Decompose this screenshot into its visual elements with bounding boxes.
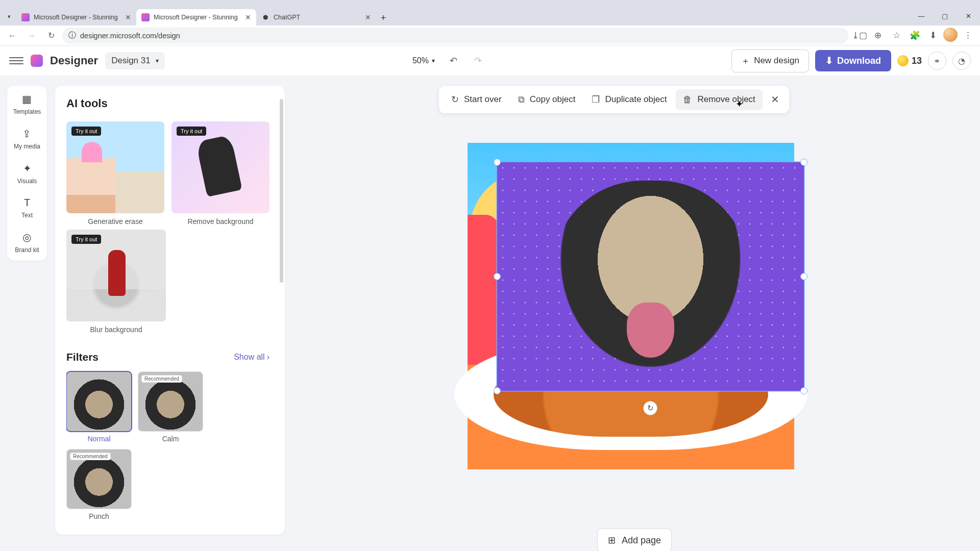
designer-favicon bbox=[141, 13, 150, 21]
filter-label: Punch bbox=[66, 512, 132, 520]
resize-handle[interactable] bbox=[494, 387, 501, 394]
account-button[interactable]: ◔ bbox=[952, 52, 971, 70]
chevron-down-icon: ▾ bbox=[156, 57, 159, 64]
app-name: Designer bbox=[50, 54, 98, 67]
close-icon[interactable]: ✕ bbox=[245, 13, 251, 21]
close-icon[interactable]: ✕ bbox=[365, 13, 371, 21]
resize-handle[interactable] bbox=[800, 273, 807, 280]
rail-visuals[interactable]: ✦ Visuals bbox=[17, 162, 37, 185]
duplicate-object-button[interactable]: ❐ Duplicate object bbox=[584, 89, 674, 110]
new-design-label: New design bbox=[754, 56, 799, 66]
remove-object-label: Remove object bbox=[697, 94, 755, 105]
close-toolbar-button[interactable]: ✕ bbox=[767, 93, 784, 106]
browser-tab[interactable]: Microsoft Designer - Stunning ✕ bbox=[136, 9, 256, 26]
add-page-label: Add page bbox=[622, 535, 661, 546]
share-button[interactable]: ⚭ bbox=[928, 52, 946, 70]
try-it-out-badge: Try it out bbox=[177, 127, 206, 136]
rail-templates[interactable]: ▦ Templates bbox=[13, 93, 41, 115]
rail-my-media[interactable]: ⇪ My media bbox=[14, 128, 40, 150]
zoom-value: 50% bbox=[412, 56, 429, 65]
nav-back-button[interactable]: ← bbox=[4, 28, 20, 44]
chevron-right-icon: › bbox=[267, 353, 270, 362]
resize-handle[interactable] bbox=[494, 159, 501, 166]
ai-tool-remove-background[interactable]: Try it out Remove background bbox=[172, 121, 270, 226]
recommended-badge: Recommended bbox=[141, 375, 182, 383]
site-info-icon[interactable]: ⓘ bbox=[68, 31, 76, 40]
design-name-dropdown[interactable]: Design 31 ▾ bbox=[105, 52, 165, 69]
filter-normal[interactable]: Normal bbox=[66, 371, 132, 443]
credits-counter[interactable]: 13 bbox=[897, 55, 922, 66]
download-button[interactable]: ⬇ Download bbox=[815, 50, 891, 71]
visuals-icon: ✦ bbox=[23, 162, 32, 174]
remove-object-button[interactable]: 🗑 Remove object bbox=[676, 89, 762, 110]
recommended-badge: Recommended bbox=[70, 453, 111, 460]
rail-text[interactable]: T Text bbox=[21, 197, 33, 219]
add-page-button[interactable]: ⊞ Add page bbox=[597, 529, 672, 551]
window-minimize-button[interactable]: — bbox=[910, 6, 933, 26]
browser-tab[interactable]: ⬢ ChatGPT ✕ bbox=[256, 9, 376, 26]
scrollbar-thumb[interactable] bbox=[280, 99, 283, 283]
resize-handle[interactable] bbox=[494, 273, 501, 280]
app-header: Designer Design 31 ▾ 50% ▾ ↶ ↷ ＋ New des… bbox=[0, 46, 980, 76]
nav-forward-button[interactable]: → bbox=[23, 28, 40, 44]
redo-button[interactable]: ↷ bbox=[470, 52, 487, 69]
tool-label: Blur background bbox=[66, 325, 166, 334]
tab-list-button[interactable]: ▾ bbox=[4, 11, 14, 21]
copy-object-button[interactable]: ⧉ Copy object bbox=[511, 89, 583, 110]
browser-address-bar: ← → ↻ ⓘ designer.microsoft.com/design ⤓▢… bbox=[0, 26, 980, 46]
duplicate-object-label: Duplicate object bbox=[605, 94, 667, 105]
close-icon[interactable]: ✕ bbox=[125, 13, 131, 21]
profile-avatar[interactable] bbox=[943, 28, 958, 42]
rail-label: Visuals bbox=[17, 178, 37, 185]
install-app-icon[interactable]: ⤓▢ bbox=[851, 28, 868, 44]
window-maximize-button[interactable]: ▢ bbox=[933, 6, 957, 26]
copy-object-label: Copy object bbox=[530, 94, 576, 105]
undo-button[interactable]: ↶ bbox=[445, 52, 462, 69]
object-toolbar: ↻ Start over ⧉ Copy object ❐ Duplicate o… bbox=[439, 86, 789, 113]
url-text: designer.microsoft.com/design bbox=[80, 32, 180, 40]
bookmark-icon[interactable]: ☆ bbox=[888, 28, 904, 44]
download-icon: ⬇ bbox=[825, 55, 833, 66]
ai-tool-generative-erase[interactable]: Try it out Generative erase bbox=[66, 121, 164, 226]
design-name-label: Design 31 bbox=[111, 56, 151, 66]
resize-handle[interactable] bbox=[800, 159, 807, 166]
text-icon: T bbox=[24, 197, 30, 209]
selected-object[interactable]: ↻ bbox=[497, 162, 804, 391]
downloads-icon[interactable]: ⬇ bbox=[925, 28, 941, 44]
filter-thumbnail: Recommended bbox=[138, 371, 203, 432]
filter-label: Normal bbox=[66, 435, 132, 443]
url-input[interactable]: ⓘ designer.microsoft.com/design bbox=[62, 28, 848, 44]
filter-calm[interactable]: Recommended Calm bbox=[138, 371, 203, 443]
rail-label: Brand kit bbox=[15, 246, 39, 254]
browser-menu-icon[interactable]: ⋮ bbox=[960, 28, 976, 44]
coin-icon bbox=[897, 55, 909, 66]
new-design-button[interactable]: ＋ New design bbox=[731, 49, 809, 72]
trash-icon: 🗑 bbox=[683, 94, 692, 105]
browser-tab-strip: ▾ Microsoft Designer - Stunning ✕ Micros… bbox=[0, 6, 980, 26]
menu-button[interactable] bbox=[9, 54, 23, 68]
duplicate-icon: ❐ bbox=[592, 94, 600, 105]
rail-label: My media bbox=[14, 143, 40, 150]
filter-thumbnail: Recommended bbox=[66, 449, 132, 509]
panel-scrollbar[interactable] bbox=[278, 97, 285, 523]
nav-reload-button[interactable]: ↻ bbox=[43, 28, 59, 44]
rail-brand-kit[interactable]: ◎ Brand kit bbox=[15, 231, 39, 254]
upload-icon: ⇪ bbox=[22, 128, 31, 140]
window-close-button[interactable]: ✕ bbox=[957, 6, 980, 26]
show-all-filters[interactable]: Show all › bbox=[234, 353, 270, 362]
new-tab-button[interactable]: + bbox=[376, 13, 390, 23]
copy-icon: ⧉ bbox=[518, 94, 525, 105]
start-over-label: Start over bbox=[464, 94, 502, 105]
ai-tool-blur-background[interactable]: Try it out Blur background bbox=[66, 230, 166, 334]
filter-punch[interactable]: Recommended Punch bbox=[66, 449, 132, 520]
extensions-icon[interactable]: 🧩 bbox=[906, 28, 923, 44]
chatgpt-favicon: ⬢ bbox=[261, 13, 270, 21]
rail-label: Text bbox=[21, 212, 33, 219]
tab-title: ChatGPT bbox=[274, 14, 361, 21]
zoom-dropdown[interactable]: 50% ▾ bbox=[409, 54, 438, 67]
start-over-button[interactable]: ↻ Start over bbox=[444, 89, 509, 110]
page-zoom-icon[interactable]: ⊕ bbox=[870, 28, 886, 44]
design-canvas[interactable]: ↻ bbox=[468, 143, 794, 469]
tab-title: Microsoft Designer - Stunning bbox=[154, 14, 241, 21]
browser-tab[interactable]: Microsoft Designer - Stunning ✕ bbox=[16, 9, 136, 26]
